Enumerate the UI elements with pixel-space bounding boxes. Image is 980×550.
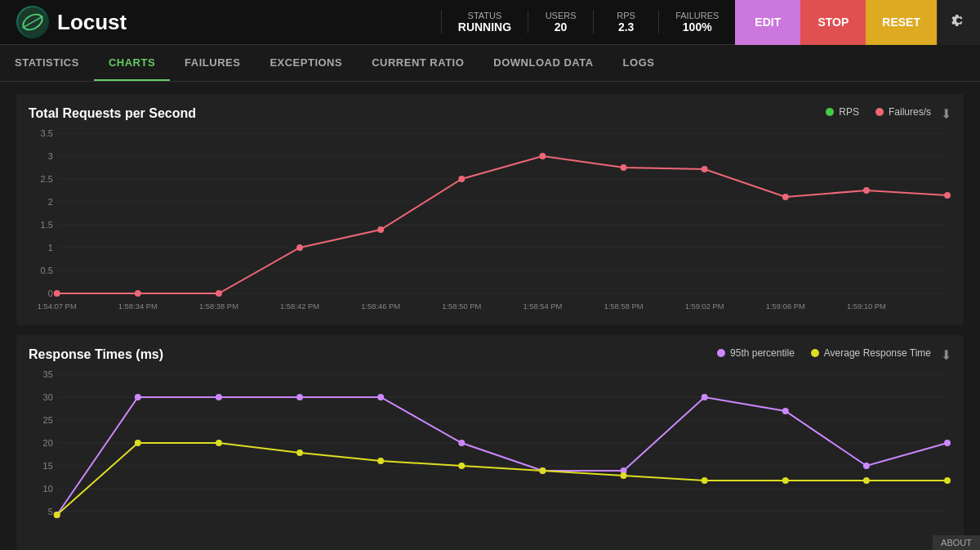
avg-legend-label: Average Response Time xyxy=(824,347,931,359)
svg-text:5: 5 xyxy=(48,507,53,516)
p95-legend-label: 95th percentile xyxy=(730,347,795,359)
app-title: Locust xyxy=(57,10,127,35)
chart-rps-title: Total Requests per Second xyxy=(29,106,196,120)
svg-text:35: 35 xyxy=(43,369,53,379)
svg-text:1:58:54 PM: 1:58:54 PM xyxy=(523,302,562,311)
header-buttons: EDIT STOP RESET xyxy=(735,0,980,45)
svg-point-24 xyxy=(377,226,384,233)
reset-button[interactable]: RESET xyxy=(866,0,937,45)
users-label: USERS xyxy=(546,11,577,20)
avg-dot xyxy=(811,349,819,357)
svg-text:1:58:50 PM: 1:58:50 PM xyxy=(442,302,481,311)
svg-text:10: 10 xyxy=(43,484,53,494)
tab-failures[interactable]: FAILURES xyxy=(170,45,255,81)
svg-text:1:58:42 PM: 1:58:42 PM xyxy=(280,302,319,311)
svg-point-58 xyxy=(135,394,141,400)
logo-area: Locust xyxy=(0,6,143,38)
svg-point-66 xyxy=(782,408,789,414)
svg-point-21 xyxy=(135,290,141,297)
svg-point-31 xyxy=(944,192,951,199)
about-badge[interactable]: ABOUT xyxy=(933,535,980,550)
svg-text:1:58:46 PM: 1:58:46 PM xyxy=(361,302,400,311)
chart-rps-legend: RPS Failures/s xyxy=(826,106,931,118)
chart-rt-svg: 35 30 25 20 15 10 5 xyxy=(29,366,951,538)
failures-dot xyxy=(875,108,884,116)
rps-legend-label: RPS xyxy=(839,106,859,118)
avg-line xyxy=(57,443,947,515)
failures-label: FAILURES xyxy=(675,11,719,20)
svg-text:2: 2 xyxy=(48,197,53,207)
svg-point-29 xyxy=(782,194,789,200)
download-rps-icon[interactable]: ⬇ xyxy=(941,106,951,122)
stat-status: STATUS RUNNING xyxy=(441,11,528,34)
svg-point-70 xyxy=(135,440,141,446)
svg-point-65 xyxy=(702,394,708,400)
rps-label: RPS xyxy=(617,11,635,20)
svg-point-74 xyxy=(458,463,465,469)
svg-text:25: 25 xyxy=(43,415,53,425)
rps-dot xyxy=(826,108,834,116)
svg-point-61 xyxy=(377,394,384,400)
svg-point-77 xyxy=(702,477,708,484)
svg-text:0.5: 0.5 xyxy=(41,266,53,275)
stop-button[interactable]: STOP xyxy=(800,0,866,45)
svg-text:0: 0 xyxy=(48,288,53,298)
p95-dot xyxy=(717,349,725,357)
legend-rps: RPS xyxy=(826,106,859,118)
tab-download-data[interactable]: DOWNLOAD DATA xyxy=(479,45,608,81)
charts-area: Total Requests per Second RPS Failures/s… xyxy=(0,82,980,550)
tab-charts[interactable]: CHARTS xyxy=(94,45,170,81)
header: Locust STATUS RUNNING USERS 20 RPS 2.3 F… xyxy=(0,0,980,45)
svg-text:3: 3 xyxy=(48,151,53,161)
svg-point-27 xyxy=(621,164,627,171)
status-label: STATUS xyxy=(468,11,502,20)
svg-point-79 xyxy=(863,477,870,484)
chart-rt-title: Response Times (ms) xyxy=(29,347,163,361)
legend-avg: Average Response Time xyxy=(811,347,931,359)
svg-point-68 xyxy=(944,440,951,446)
svg-point-22 xyxy=(216,290,222,297)
svg-point-80 xyxy=(944,477,951,484)
tab-logs[interactable]: LOGS xyxy=(608,45,670,81)
svg-text:1:58:38 PM: 1:58:38 PM xyxy=(199,302,238,311)
svg-point-25 xyxy=(458,176,465,182)
chart-response-times: Response Times (ms) 95th percentile Aver… xyxy=(16,335,964,550)
failures-legend-label: Failures/s xyxy=(889,106,931,118)
failures-value: 100% xyxy=(683,20,712,34)
svg-text:30: 30 xyxy=(43,392,53,402)
edit-button[interactable]: EDIT xyxy=(735,0,800,45)
stat-failures: FAILURES 100% xyxy=(658,11,735,34)
tab-current-ratio[interactable]: CURRENT RATIO xyxy=(357,45,479,81)
svg-point-71 xyxy=(216,440,222,446)
svg-point-62 xyxy=(458,440,465,446)
download-rt-icon[interactable]: ⬇ xyxy=(941,347,951,363)
settings-button[interactable] xyxy=(937,0,980,45)
stat-users: USERS 20 xyxy=(528,11,593,34)
svg-point-76 xyxy=(621,472,627,479)
svg-text:15: 15 xyxy=(43,461,53,471)
logo-icon xyxy=(16,6,49,38)
rps-value: 2.3 xyxy=(618,20,634,34)
header-stats: STATUS RUNNING USERS 20 RPS 2.3 FAILURES… xyxy=(441,11,736,34)
svg-point-73 xyxy=(377,458,384,464)
tab-statistics[interactable]: STATISTICS xyxy=(0,45,94,81)
svg-point-28 xyxy=(702,166,708,172)
svg-point-67 xyxy=(863,463,870,469)
svg-text:1:59:06 PM: 1:59:06 PM xyxy=(766,302,805,311)
svg-point-60 xyxy=(296,394,303,400)
svg-text:1:58:34 PM: 1:58:34 PM xyxy=(118,302,158,311)
svg-point-30 xyxy=(863,187,870,194)
svg-point-26 xyxy=(539,153,546,159)
svg-text:2.5: 2.5 xyxy=(41,174,53,184)
p95-line xyxy=(57,397,947,515)
stat-rps: RPS 2.3 xyxy=(593,11,658,34)
svg-point-72 xyxy=(296,449,303,456)
tab-exceptions[interactable]: EXCEPTIONS xyxy=(255,45,357,81)
svg-point-69 xyxy=(54,512,60,518)
svg-text:1:58:58 PM: 1:58:58 PM xyxy=(604,302,644,311)
status-value: RUNNING xyxy=(458,20,511,34)
nav: STATISTICS CHARTS FAILURES EXCEPTIONS CU… xyxy=(0,45,980,82)
legend-p95: 95th percentile xyxy=(717,347,795,359)
svg-point-20 xyxy=(54,290,60,297)
svg-point-78 xyxy=(782,477,789,484)
